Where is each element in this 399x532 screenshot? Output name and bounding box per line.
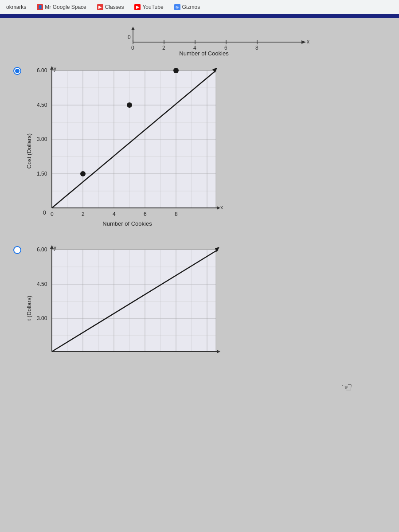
graph-2-svg: 6.00 4.50 3.00 y — [34, 245, 225, 369]
graph-2-y-label: t (Dollars) — [26, 296, 32, 321]
bookmark-gizmos-label: Gizmos — [182, 4, 200, 10]
radio-button-2[interactable] — [13, 246, 21, 254]
radio-option-2[interactable]: t (Dollars) — [13, 245, 386, 371]
bookmark-classes-label: Classes — [105, 4, 124, 10]
svg-text:8: 8 — [255, 45, 258, 51]
svg-text:4.50: 4.50 — [37, 281, 47, 287]
svg-text:2: 2 — [82, 211, 85, 217]
bookmark-bar: okmarks 👤 Mr Google Space ▶ Classes ▶ Yo… — [0, 0, 399, 14]
cursor-hand-icon: ☞ — [341, 380, 352, 395]
bookmark-okmarks-label: okmarks — [6, 4, 26, 10]
svg-marker-78 — [217, 350, 220, 353]
svg-text:Number of Cookies: Number of Cookies — [102, 220, 152, 227]
graph-1-y-label: Cost (Dollars) — [26, 133, 32, 168]
youtube-icon: ▶ — [134, 4, 141, 10]
bookmark-gizmos[interactable]: G Gizmos — [172, 3, 203, 11]
svg-marker-39 — [217, 206, 220, 210]
bookmark-youtube[interactable]: ▶ YouTube — [132, 3, 166, 11]
radio-option-1[interactable]: Cost (Dollars) — [13, 66, 386, 236]
svg-marker-14 — [131, 27, 135, 30]
svg-marker-1 — [301, 40, 306, 44]
graph-2-container: 6.00 4.50 3.00 y — [34, 245, 225, 371]
google-space-icon: 👤 — [37, 4, 43, 10]
bookmark-classes[interactable]: ▶ Classes — [94, 3, 127, 11]
svg-text:4: 4 — [113, 211, 116, 217]
svg-text:0: 0 — [51, 211, 54, 217]
svg-text:0: 0 — [43, 210, 46, 216]
classes-icon: ▶ — [97, 4, 103, 10]
top-graph-partial: 0 2 4 6 8 0 x Number of Cookies — [124, 27, 386, 57]
graph-1-wrapper: Cost (Dollars) — [26, 66, 225, 236]
svg-text:x: x — [220, 204, 223, 211]
svg-text:3.00: 3.00 — [37, 136, 47, 142]
bookmark-okmarks[interactable]: okmarks — [4, 3, 29, 11]
svg-text:y: y — [54, 66, 56, 72]
svg-marker-76 — [50, 245, 54, 249]
svg-text:0: 0 — [128, 34, 131, 40]
svg-marker-37 — [50, 66, 54, 70]
bookmark-google-space[interactable]: 👤 Mr Google Space — [34, 3, 89, 11]
bookmark-google-space-label: Mr Google Space — [45, 4, 86, 10]
graph-1-container: 6.00 4.50 3.00 1.50 0 0 2 4 6 8 x y — [34, 66, 225, 236]
svg-text:x: x — [307, 39, 309, 45]
main-content: 0 2 4 6 8 0 x Number of Cookies — [0, 18, 399, 532]
graph-2-wrapper: t (Dollars) — [26, 245, 225, 371]
svg-text:y: y — [54, 245, 56, 251]
graph-1-svg: 6.00 4.50 3.00 1.50 0 0 2 4 6 8 x y — [34, 66, 225, 235]
svg-text:Number of Cookies: Number of Cookies — [179, 50, 229, 55]
gizmos-icon: G — [174, 4, 180, 10]
svg-text:2: 2 — [162, 45, 165, 51]
bookmark-youtube-label: YouTube — [142, 4, 163, 10]
svg-text:0: 0 — [131, 45, 134, 51]
svg-text:6.00: 6.00 — [37, 246, 47, 253]
top-graph-svg: 0 2 4 6 8 0 x Number of Cookies — [124, 27, 315, 55]
svg-text:1.50: 1.50 — [37, 171, 47, 177]
radio-button-1[interactable] — [13, 67, 21, 75]
svg-point-54 — [80, 171, 86, 176]
svg-text:4.50: 4.50 — [37, 102, 47, 108]
svg-text:3.00: 3.00 — [37, 315, 47, 321]
header-bar — [0, 14, 399, 18]
svg-text:8: 8 — [175, 211, 178, 217]
svg-text:6.00: 6.00 — [37, 67, 47, 74]
svg-point-55 — [127, 102, 132, 108]
svg-point-56 — [173, 68, 179, 73]
svg-text:6: 6 — [144, 211, 147, 217]
